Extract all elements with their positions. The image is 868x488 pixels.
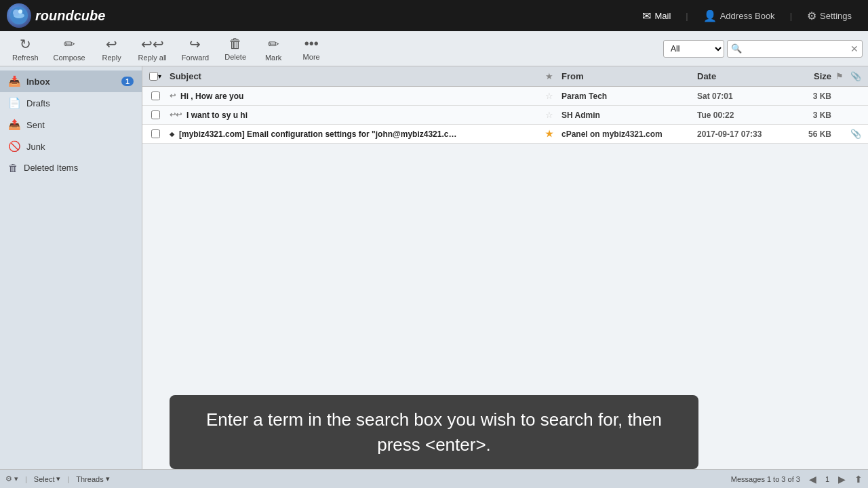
sidebar-deleted-label: Deleted Items bbox=[24, 163, 78, 173]
svg-point-3 bbox=[18, 9, 22, 14]
forward-icon: ↪ bbox=[189, 36, 201, 52]
forward-label: Forward bbox=[182, 54, 209, 62]
mail-nav-icon: ✉ bbox=[642, 9, 651, 22]
table-row[interactable]: ◆ [mybiz4321.com] Email configuration se… bbox=[142, 125, 868, 144]
threads-label: Threads bbox=[76, 475, 103, 483]
select-all-checkbox[interactable] bbox=[149, 72, 158, 81]
refresh-icon: ↻ bbox=[20, 36, 31, 52]
row-star-1[interactable]: ☆ bbox=[541, 91, 557, 101]
nav-mail-link[interactable]: ✉ Mail bbox=[633, 5, 680, 26]
header-from[interactable]: From bbox=[557, 71, 693, 81]
search-input[interactable] bbox=[745, 41, 847, 57]
search-area: All 🔍 ✕ bbox=[663, 40, 863, 58]
inbox-badge: 1 bbox=[121, 77, 134, 86]
delete-button[interactable]: 🗑 Delete bbox=[217, 33, 254, 64]
status-bar: ⚙ ▾ | Select ▾ | Threads ▾ Messages 1 to… bbox=[0, 469, 868, 488]
sidebar-drafts-label: Drafts bbox=[26, 98, 50, 108]
scroll-to-top-button[interactable]: ⬆ bbox=[854, 474, 863, 485]
more-button[interactable]: ••• More bbox=[293, 33, 330, 64]
email-area: ▾ Subject ★ From Date Size ⚑ 📎 bbox=[142, 66, 868, 469]
next-page-button[interactable]: ▶ bbox=[836, 474, 848, 485]
mark-label: Mark bbox=[265, 54, 281, 62]
header-flag: ⚑ bbox=[835, 71, 850, 81]
reply-button[interactable]: ↩ Reply bbox=[94, 33, 130, 64]
attachment-icon: 📎 bbox=[850, 129, 861, 139]
forward-button[interactable]: ↪ Forward bbox=[175, 33, 216, 64]
search-icon[interactable]: 🔍 bbox=[728, 43, 745, 54]
junk-icon: 🚫 bbox=[8, 140, 21, 152]
star-filled-icon: ★ bbox=[545, 129, 553, 139]
prev-page-button[interactable]: ◀ bbox=[807, 474, 818, 485]
sidebar-item-deleted[interactable]: 🗑 Deleted Items bbox=[0, 157, 142, 178]
more-label: More bbox=[303, 53, 320, 61]
search-filter-select[interactable]: All bbox=[663, 40, 724, 58]
row-subject-1: ↩ Hi , How are you bbox=[165, 92, 541, 101]
main-layout: 📥 Inbox 1 📄 Drafts 📤 Sent 🚫 Junk 🗑 Delet… bbox=[0, 66, 868, 469]
threads-chevron-icon: ▾ bbox=[106, 474, 110, 483]
sidebar-item-junk[interactable]: 🚫 Junk bbox=[0, 136, 142, 157]
row-checkbox-1[interactable] bbox=[145, 92, 165, 100]
logo-area: roundcube bbox=[7, 3, 633, 28]
from-col-label: From bbox=[561, 71, 584, 81]
row-subject-3: ◆ [mybiz4321.com] Email configuration se… bbox=[165, 129, 541, 139]
date-col-label: Date bbox=[697, 71, 716, 81]
sidebar-sent-label: Sent bbox=[26, 120, 45, 130]
logo-icon bbox=[7, 3, 31, 28]
delete-label: Delete bbox=[224, 53, 246, 61]
header-attach: 📎 bbox=[850, 71, 865, 81]
status-settings-button[interactable]: ⚙ ▾ bbox=[5, 474, 18, 483]
row-from-1: Param Tech bbox=[557, 92, 693, 101]
more-icon: ••• bbox=[304, 36, 319, 52]
row-star-3[interactable]: ★ bbox=[541, 129, 557, 139]
row-star-2[interactable]: ☆ bbox=[541, 110, 557, 120]
sidebar: 📥 Inbox 1 📄 Drafts 📤 Sent 🚫 Junk 🗑 Delet… bbox=[0, 66, 142, 469]
page-number: 1 bbox=[825, 475, 829, 483]
sidebar-junk-label: Junk bbox=[26, 142, 45, 152]
reply-all-label: Reply all bbox=[138, 54, 167, 62]
row-checkbox-2[interactable] bbox=[145, 110, 165, 119]
row-subject-text-1: Hi , How are you bbox=[180, 92, 243, 101]
row-date-2: Tue 00:22 bbox=[693, 110, 788, 120]
messages-count-info: Messages 1 to 3 of 3 bbox=[731, 475, 800, 483]
reply-all-button[interactable]: ↩↩ Reply all bbox=[132, 33, 174, 64]
nav-addressbook-link[interactable]: 👤 Address Book bbox=[694, 5, 785, 26]
nav-settings-link[interactable]: ⚙ Settings bbox=[797, 5, 861, 26]
star-icon: ☆ bbox=[545, 91, 553, 101]
inbox-icon: 📥 bbox=[8, 75, 21, 87]
reply-all-icon: ↩↩ bbox=[141, 36, 164, 52]
search-clear-icon[interactable]: ✕ bbox=[847, 43, 862, 54]
sidebar-item-sent[interactable]: 📤 Sent bbox=[0, 114, 142, 136]
header-date[interactable]: Date bbox=[693, 71, 788, 81]
select-label: Select bbox=[34, 475, 55, 483]
table-row[interactable]: ↩ Hi , How are you ☆ Param Tech Sat 07:0… bbox=[142, 87, 868, 106]
compose-label: Compose bbox=[54, 54, 85, 62]
header-size[interactable]: Size bbox=[788, 71, 835, 81]
select-chevron-icon: ▾ bbox=[56, 474, 60, 483]
row-size-3: 56 KB bbox=[788, 129, 835, 139]
sent-icon: 📤 bbox=[8, 119, 21, 131]
nav-settings-label: Settings bbox=[820, 11, 852, 21]
compose-button[interactable]: ✏ Compose bbox=[47, 33, 92, 64]
unread-indicator-icon: ◆ bbox=[170, 131, 174, 138]
refresh-button[interactable]: ↻ Refresh bbox=[5, 33, 45, 64]
mark-button[interactable]: ✏ Mark bbox=[255, 33, 292, 64]
sidebar-inbox-label: Inbox bbox=[26, 77, 50, 87]
refresh-label: Refresh bbox=[12, 54, 39, 62]
row-subject-2: ↩↩ I want to sy u hi bbox=[165, 110, 541, 120]
reply-indicator-icon: ↩ bbox=[170, 92, 176, 100]
subject-col-label: Subject bbox=[170, 71, 201, 81]
header-subject[interactable]: Subject bbox=[165, 71, 541, 81]
mark-icon: ✏ bbox=[268, 36, 279, 52]
row-size-2: 3 KB bbox=[788, 110, 835, 120]
reply-icon: ↩ bbox=[106, 36, 117, 52]
addressbook-nav-icon: 👤 bbox=[703, 9, 717, 22]
row-subject-text-2: I want to sy u hi bbox=[186, 110, 248, 120]
toolbar: ↻ Refresh ✏ Compose ↩ Reply ↩↩ Reply all… bbox=[0, 31, 868, 66]
row-from-3: cPanel on mybiz4321.com bbox=[557, 129, 693, 139]
top-navigation: roundcube ✉ Mail | 👤 Address Book | ⚙ Se… bbox=[0, 0, 868, 31]
sort-chevron-icon: ▾ bbox=[158, 73, 161, 80]
row-checkbox-3[interactable] bbox=[145, 129, 165, 138]
table-row[interactable]: ↩↩ I want to sy u hi ☆ SH Admin Tue 00:2… bbox=[142, 106, 868, 125]
sidebar-item-inbox[interactable]: 📥 Inbox 1 bbox=[0, 70, 142, 92]
sidebar-item-drafts[interactable]: 📄 Drafts bbox=[0, 92, 142, 114]
